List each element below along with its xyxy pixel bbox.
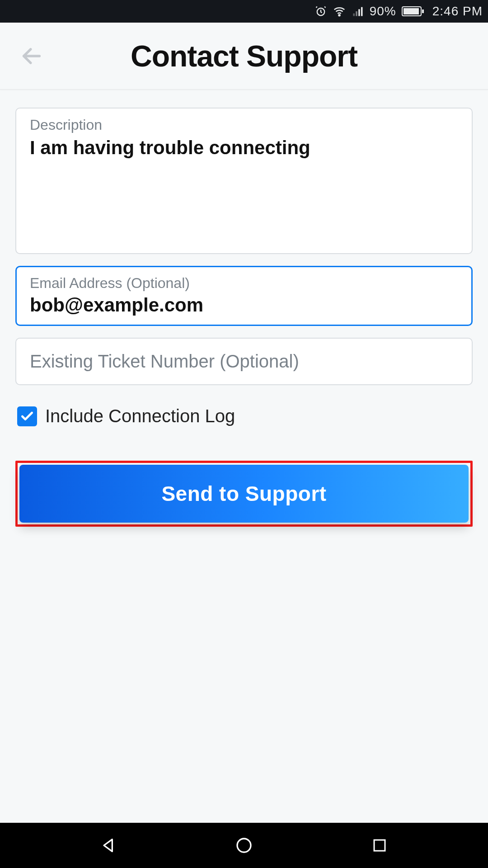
- description-field[interactable]: Description: [15, 108, 473, 254]
- description-label: Description: [30, 117, 458, 133]
- svg-rect-2: [353, 14, 355, 16]
- svg-rect-8: [422, 9, 424, 13]
- email-label: Email Address (Optional): [30, 275, 458, 292]
- submit-highlight: Send to Support: [15, 461, 473, 527]
- svg-rect-7: [404, 8, 419, 14]
- form: Description Email Address (Optional) Inc…: [0, 90, 488, 527]
- clock-time: 2:46 PM: [432, 4, 483, 19]
- battery-icon: [402, 5, 424, 17]
- back-button[interactable]: [18, 42, 45, 70]
- email-input[interactable]: [30, 294, 458, 316]
- include-log-checkbox[interactable]: [17, 406, 37, 426]
- svg-rect-4: [358, 9, 360, 16]
- nav-recent-button[interactable]: [352, 832, 407, 859]
- app-header: Contact Support: [0, 23, 488, 90]
- svg-rect-3: [356, 11, 357, 16]
- cell-signal-icon: [352, 5, 364, 18]
- svg-rect-10: [374, 840, 385, 851]
- ticket-field[interactable]: [15, 338, 473, 385]
- alarm-icon: [314, 5, 327, 18]
- arrow-left-icon: [20, 44, 43, 68]
- svg-rect-5: [361, 7, 363, 16]
- include-log-label: Include Connection Log: [45, 406, 235, 426]
- android-nav-bar: [0, 823, 488, 868]
- svg-point-9: [237, 839, 251, 852]
- send-to-support-button[interactable]: Send to Support: [19, 465, 469, 523]
- status-bar: 90% 2:46 PM: [0, 0, 488, 23]
- wifi-icon: [333, 5, 346, 18]
- circle-home-icon: [235, 836, 253, 854]
- nav-back-button[interactable]: [81, 832, 136, 859]
- triangle-back-icon: [99, 836, 117, 854]
- email-field[interactable]: Email Address (Optional): [15, 266, 473, 326]
- check-icon: [20, 409, 34, 424]
- battery-percent: 90%: [370, 4, 396, 19]
- description-input[interactable]: [30, 136, 458, 245]
- page-title: Contact Support: [0, 39, 488, 73]
- include-log-row[interactable]: Include Connection Log: [15, 397, 473, 426]
- square-recent-icon: [371, 837, 388, 854]
- ticket-input[interactable]: [30, 351, 458, 372]
- nav-home-button[interactable]: [217, 832, 271, 859]
- svg-point-1: [338, 14, 340, 16]
